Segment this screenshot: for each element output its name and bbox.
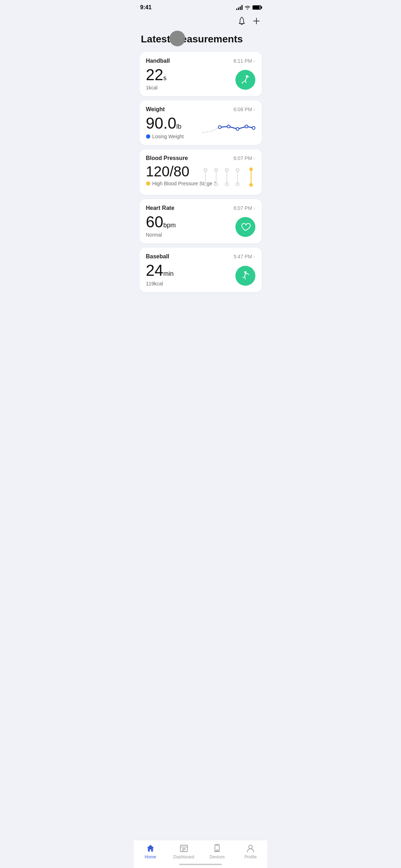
svg-point-7 xyxy=(242,82,243,83)
blood-pressure-card[interactable]: Blood Pressure 6:07 PM › 120/80 High Blo… xyxy=(140,149,262,195)
svg-point-8 xyxy=(218,126,221,129)
weight-time: 6:08 PM › xyxy=(234,107,255,112)
handball-card[interactable]: Handball 6:11 PM › 22s 1kcal xyxy=(140,52,262,96)
svg-point-20 xyxy=(225,169,228,171)
wifi-icon xyxy=(245,5,250,11)
svg-point-10 xyxy=(236,128,239,130)
handball-icon xyxy=(235,70,255,90)
bp-status-dot xyxy=(146,181,150,186)
baseball-card[interactable]: Baseball 5:47 PM › 24min 119kcal xyxy=(140,248,262,292)
baseball-icon xyxy=(235,266,255,286)
svg-point-28 xyxy=(244,271,246,273)
signal-icon xyxy=(236,5,243,10)
svg-point-14 xyxy=(204,169,207,171)
svg-line-33 xyxy=(248,273,249,275)
battery-icon xyxy=(252,5,261,10)
top-header xyxy=(134,14,267,33)
svg-point-9 xyxy=(227,125,230,128)
status-icons xyxy=(236,5,261,11)
avatar xyxy=(170,31,185,46)
weight-title: Weight xyxy=(146,106,165,113)
hr-title: Heart Rate xyxy=(146,205,175,211)
weight-status-dot xyxy=(146,134,150,139)
page-title: Latest Measurements xyxy=(134,33,267,52)
svg-line-3 xyxy=(245,77,247,81)
baseball-time: 5:47 PM › xyxy=(234,254,255,259)
baseball-title: Baseball xyxy=(146,253,170,260)
weight-card[interactable]: Weight 6:08 PM › 90.0lb Losing Weight xyxy=(140,100,262,145)
bp-title: Blood Pressure xyxy=(146,155,188,161)
weight-chart xyxy=(198,117,255,138)
svg-point-18 xyxy=(215,183,218,186)
notification-button[interactable] xyxy=(238,16,246,28)
svg-line-29 xyxy=(245,273,245,277)
svg-point-15 xyxy=(204,183,207,186)
heart-rate-icon xyxy=(235,217,255,237)
svg-point-27 xyxy=(249,183,253,187)
hr-time: 6:07 PM › xyxy=(234,205,255,211)
svg-line-31 xyxy=(245,277,245,279)
handball-title: Handball xyxy=(146,58,170,64)
svg-line-30 xyxy=(243,277,245,278)
bp-time: 6:07 PM › xyxy=(234,155,255,161)
svg-point-26 xyxy=(249,167,253,171)
svg-point-17 xyxy=(215,169,218,171)
svg-point-23 xyxy=(236,169,239,171)
cards-container: Handball 6:11 PM › 22s 1kcal xyxy=(134,52,267,324)
heart-rate-card[interactable]: Heart Rate 6:07 PM › 60bpm Normal xyxy=(140,199,262,243)
svg-point-11 xyxy=(245,125,248,128)
svg-point-12 xyxy=(252,126,255,129)
bp-chart xyxy=(198,166,255,188)
add-button[interactable] xyxy=(252,17,260,27)
status-time: 9:41 xyxy=(140,4,152,11)
svg-point-24 xyxy=(236,183,239,186)
svg-point-21 xyxy=(225,183,228,186)
svg-line-5 xyxy=(245,81,246,83)
handball-time: 6:11 PM › xyxy=(234,58,255,64)
svg-line-4 xyxy=(243,81,245,82)
status-bar: 9:41 xyxy=(134,0,267,14)
